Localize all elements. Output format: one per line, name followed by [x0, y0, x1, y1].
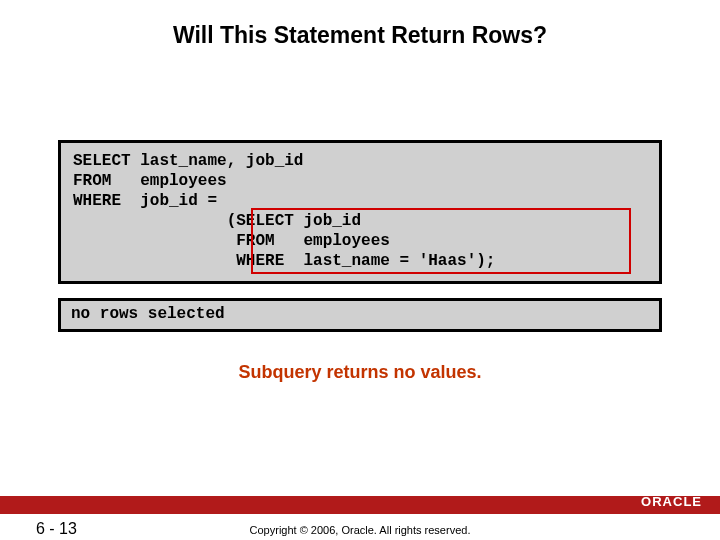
code-line-5: FROM employees [73, 232, 390, 250]
result-box: no rows selected [58, 298, 662, 332]
sql-code-box: SELECT last_name, job_id FROM employees … [58, 140, 662, 284]
slide-title: Will This Statement Return Rows? [0, 22, 720, 49]
copyright-text: Copyright © 2006, Oracle. All rights res… [0, 524, 720, 536]
code-line-3: WHERE job_id = [73, 192, 217, 210]
oracle-logo: ORACLE [641, 492, 702, 510]
code-line-6: WHERE last_name = 'Haas'); [73, 252, 495, 270]
annotation-text: Subquery returns no values. [0, 362, 720, 383]
slide: Will This Statement Return Rows? SELECT … [0, 0, 720, 540]
footer-bar [0, 496, 720, 514]
code-line-2: FROM employees [73, 172, 227, 190]
code-line-4: (SELECT job_id [73, 212, 361, 230]
sql-code: SELECT last_name, job_id FROM employees … [61, 143, 659, 281]
result-text: no rows selected [71, 305, 225, 323]
code-line-1: SELECT last_name, job_id [73, 152, 303, 170]
